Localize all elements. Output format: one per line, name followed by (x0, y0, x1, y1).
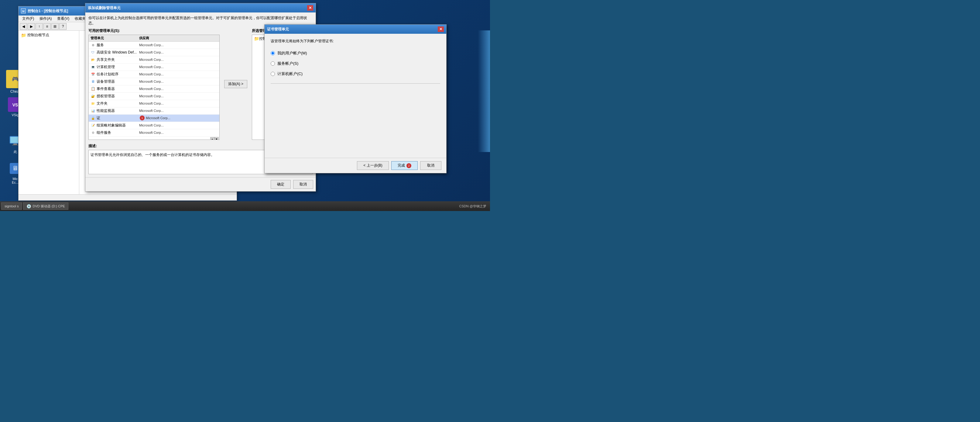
cert-finish-btn[interactable]: 完成 2 (391, 161, 418, 170)
snapin-vendor-computer: Microsoft Corp... (139, 65, 218, 69)
dvd-label: DVD 驱动器 (D:) CPE (32, 204, 65, 209)
cert-footer: < 上一步(B) 完成 2 取消 (265, 158, 446, 173)
mmc-icon: M (21, 8, 26, 13)
show-hide-btn[interactable]: ≡ (43, 23, 51, 30)
cert-list-icon: 🔒 (91, 115, 95, 120)
dvd-taskbar-item[interactable]: 💿 DVD 驱动器 (D:) CPE (23, 203, 68, 210)
snapin-item-device[interactable]: 🖥 设备管理器 Microsoft Corp... (89, 78, 220, 85)
radio-computer-account-input[interactable] (270, 72, 275, 76)
snapin-name-com: 组件服务 (97, 130, 139, 135)
cert-titlebar: 证书管理单元 ✕ (265, 25, 446, 34)
mmc-title: 控制台1 - [控制台根节点] (28, 8, 68, 14)
snapin-vendor-cert: Microsoft Corp... (146, 116, 218, 120)
radio-service-account-input[interactable] (270, 61, 275, 66)
snapin-name-service: 服务 (97, 43, 139, 48)
taskbar-right: CSDN @华钢之梦 (459, 204, 489, 209)
scroll-controls: ▲ ▼ (89, 136, 220, 140)
snapin-item-com[interactable]: ⚙ 组件服务 Microsoft Corp... (89, 129, 220, 136)
menu-file[interactable]: 文件(F) (20, 16, 37, 22)
col-name-header: 管理单元 (91, 36, 139, 40)
dvd-icon: 💿 (26, 204, 31, 209)
snapin-vendor-event: Microsoft Corp... (139, 87, 218, 91)
menu-action[interactable]: 操作(A) (37, 16, 54, 22)
snapin-item-group-policy[interactable]: 📝 组策略对象编辑器 Microsoft Corp... (89, 122, 220, 129)
cert-close-btn[interactable]: ✕ (438, 26, 444, 32)
back-btn[interactable]: ◀ (20, 23, 27, 30)
tree-folder-icon: 📁 (21, 33, 26, 38)
snapin-item-cert[interactable]: 🔒 证 1 Microsoft Corp... (89, 115, 220, 122)
snapin-item-auth[interactable]: 🔐 授权管理器 Microsoft Corp... (89, 93, 220, 100)
signtool-taskbar-item[interactable]: signtool s (1, 203, 22, 210)
snapin-item-perf[interactable]: 📊 性能监视器 Microsoft Corp... (89, 107, 220, 115)
snapin-item-share[interactable]: 📂 共享文件夹 Microsoft Corp... (89, 56, 220, 64)
svg-text:🖥: 🖥 (12, 165, 18, 171)
cert-title-text: 证书管理单元 (267, 27, 438, 32)
vs-label: VSig (11, 113, 19, 117)
radio-service-account-label: 服务帐户(S) (277, 61, 298, 66)
cert-divider (270, 83, 440, 84)
radio-my-account[interactable]: 我的用户帐户(M) (270, 51, 440, 56)
snapin-vendor-service: Microsoft Corp... (139, 43, 218, 47)
snapin-vendor-auth: Microsoft Corp... (139, 94, 218, 98)
addremove-footer: 确定 取消 (85, 177, 316, 191)
tree-root[interactable]: 📁 控制台根节点 (20, 32, 78, 38)
signtool-label: signtool s (5, 204, 19, 208)
left-panel-label: 可用的管理单元(S): (88, 28, 220, 34)
cert-prev-btn[interactable]: < 上一步(B) (357, 161, 388, 170)
radio-my-account-label: 我的用户帐户(M) (277, 51, 307, 56)
auth-icon: 🔐 (91, 94, 95, 99)
up-btn[interactable]: ↑ (35, 23, 43, 30)
snapin-item-service[interactable]: ⚙ 服务 Microsoft Corp... (89, 42, 220, 49)
snapin-item-computer[interactable]: 💻 计算机管理 Microsoft Corp... (89, 64, 220, 71)
snapin-name-device: 设备管理器 (97, 79, 139, 84)
snapin-name-group-policy: 组策略对象编辑器 (97, 123, 139, 128)
snapin-vendor-folder: Microsoft Corp... (139, 102, 218, 105)
right-decoration (478, 30, 490, 152)
selected-folder-icon: 📁 (254, 36, 259, 41)
radio-my-account-input[interactable] (270, 51, 275, 55)
menu-view[interactable]: 查看(V) (55, 16, 72, 22)
snapin-list-header: 管理单元 供应商 (89, 35, 220, 42)
snapin-name-cert: 证 (97, 115, 139, 121)
help-btn[interactable]: ? (59, 23, 67, 30)
snapin-vendor-defender: Microsoft Corp... (139, 51, 218, 54)
col-vendor-header: 供应商 (139, 36, 218, 40)
snapin-item-folder[interactable]: 📁 文件夹 Microsoft Corp... (89, 100, 220, 107)
scroll-down[interactable]: ▼ (215, 137, 219, 140)
mic-label: MicEc... (12, 177, 19, 184)
snapin-item-event[interactable]: 📋 事件查看器 Microsoft Corp... (89, 85, 220, 93)
radio-group: 我的用户帐户(M) 服务帐户(S) 计算机帐户(C) (270, 51, 440, 77)
snapin-item-task[interactable]: 📅 任务计划程序 Microsoft Corp... (89, 71, 220, 78)
addremove-cancel-btn[interactable]: 取消 (293, 180, 313, 189)
radio-service-account[interactable]: 服务帐户(S) (270, 61, 440, 66)
computer-icon: 💻 (91, 64, 95, 69)
defender-icon: 🛡 (91, 50, 95, 55)
snapin-vendor-device: Microsoft Corp... (139, 80, 218, 83)
svg-text:VS: VS (13, 102, 18, 107)
left-panel: 可用的管理单元(S): 管理单元 供应商 ⚙ 服务 Microsoft Corp… (88, 28, 220, 140)
snapin-name-share: 共享文件夹 (97, 57, 139, 62)
cert-cancel-btn[interactable]: 取消 (420, 161, 441, 170)
snapin-vendor-task: Microsoft Corp... (139, 72, 218, 76)
cert-dialog: 证书管理单元 ✕ 该管理单元将始终为下列帐户管理证书: 我的用户帐户(M) 服务… (264, 24, 447, 173)
svg-rect-7 (12, 145, 18, 145)
snapin-vendor-share: Microsoft Corp... (139, 58, 218, 61)
device-icon: 🖥 (91, 79, 95, 84)
snapin-name-computer: 计算机管理 (97, 64, 139, 70)
cert-desc: 该管理单元将始终为下列帐户管理证书: (270, 38, 440, 44)
list-btn[interactable]: ⊞ (51, 23, 59, 30)
snapin-list[interactable]: 管理单元 供应商 ⚙ 服务 Microsoft Corp... 🛡 高级安全 W… (88, 35, 220, 140)
add-snapin-btn[interactable]: 添加(A) > (224, 80, 247, 88)
status-bar (19, 194, 237, 200)
radio-computer-account[interactable]: 计算机帐户(C) (270, 71, 440, 77)
snapin-item-defender[interactable]: 🛡 高级安全 Windows Def... Microsoft Corp... (89, 49, 220, 56)
taskbar-right-text: CSDN @华钢之梦 (459, 204, 486, 208)
forward-btn[interactable]: ▶ (28, 23, 35, 30)
scroll-up[interactable]: ▲ (210, 137, 215, 140)
snapin-name-auth: 授权管理器 (97, 94, 139, 99)
cert-body: 该管理单元将始终为下列帐户管理证书: 我的用户帐户(M) 服务帐户(S) 计算机… (265, 34, 446, 158)
snapin-vendor-com: Microsoft Corp... (139, 131, 218, 134)
addremove-close-btn[interactable]: ✕ (307, 5, 313, 11)
cert-badge: 1 (140, 115, 145, 120)
addremove-ok-btn[interactable]: 确定 (270, 180, 291, 189)
